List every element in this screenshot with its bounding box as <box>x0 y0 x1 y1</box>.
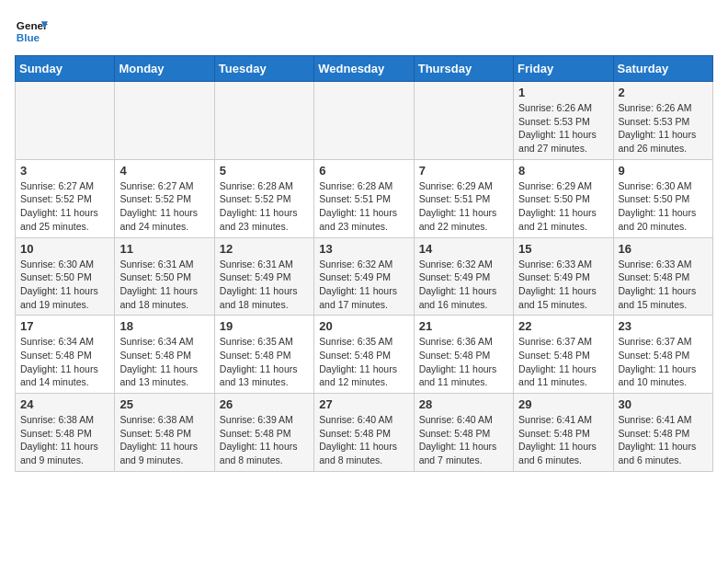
sunset-text: Sunset: 5:51 PM <box>419 192 508 206</box>
day-number: 9 <box>619 164 708 178</box>
sunset-text: Sunset: 5:48 PM <box>119 427 209 441</box>
daylight-text: Daylight: 11 hours and 9 minutes. <box>20 440 109 466</box>
sunrise-text: Sunrise: 6:37 AM <box>619 335 708 349</box>
sunset-text: Sunset: 5:48 PM <box>119 349 209 362</box>
daylight-text: Daylight: 11 hours and 8 minutes. <box>319 440 408 466</box>
day-number: 11 <box>119 242 209 256</box>
sunrise-text: Sunrise: 6:35 AM <box>220 335 309 349</box>
calendar-header-row: SundayMondayTuesdayWednesdayThursdayFrid… <box>16 56 713 82</box>
daylight-text: Daylight: 11 hours and 13 minutes. <box>119 362 209 389</box>
cell-content: Sunrise: 6:37 AMSunset: 5:48 PMDaylight:… <box>518 335 608 389</box>
calendar-week-2: 3Sunrise: 6:27 AMSunset: 5:52 PMDaylight… <box>16 159 713 237</box>
day-number: 24 <box>20 397 109 411</box>
cell-content: Sunrise: 6:28 AMSunset: 5:52 PMDaylight:… <box>220 179 309 234</box>
sunset-text: Sunset: 5:48 PM <box>619 349 708 362</box>
sunset-text: Sunset: 5:53 PM <box>518 115 608 129</box>
sunset-text: Sunset: 5:50 PM <box>20 270 109 284</box>
day-number: 5 <box>220 164 309 178</box>
calendar-cell <box>414 82 513 160</box>
calendar-cell <box>16 82 115 160</box>
sunrise-text: Sunrise: 6:26 AM <box>518 101 608 115</box>
day-number: 7 <box>419 164 508 178</box>
sunset-text: Sunset: 5:48 PM <box>20 427 109 441</box>
cell-content: Sunrise: 6:32 AMSunset: 5:49 PMDaylight:… <box>419 258 508 312</box>
sunset-text: Sunset: 5:48 PM <box>518 349 608 362</box>
day-number: 27 <box>319 397 408 411</box>
cell-content: Sunrise: 6:31 AMSunset: 5:50 PMDaylight:… <box>119 258 209 312</box>
cell-content: Sunrise: 6:33 AMSunset: 5:48 PMDaylight:… <box>619 258 708 312</box>
daylight-text: Daylight: 11 hours and 24 minutes. <box>119 206 209 233</box>
sunset-text: Sunset: 5:50 PM <box>619 192 708 206</box>
sunrise-text: Sunrise: 6:35 AM <box>319 335 408 349</box>
sunset-text: Sunset: 5:50 PM <box>119 270 209 284</box>
daylight-text: Daylight: 11 hours and 14 minutes. <box>20 362 109 389</box>
day-number: 4 <box>119 164 209 178</box>
svg-text:General: General <box>17 19 48 31</box>
daylight-text: Daylight: 11 hours and 21 minutes. <box>518 206 608 233</box>
sunset-text: Sunset: 5:49 PM <box>419 270 508 284</box>
day-number: 8 <box>518 164 608 178</box>
weekday-header-sunday: Sunday <box>16 56 115 82</box>
cell-content: Sunrise: 6:32 AMSunset: 5:49 PMDaylight:… <box>319 258 408 312</box>
cell-content: Sunrise: 6:30 AMSunset: 5:50 PMDaylight:… <box>20 258 109 312</box>
cell-content: Sunrise: 6:34 AMSunset: 5:48 PMDaylight:… <box>20 335 109 389</box>
cell-content: Sunrise: 6:27 AMSunset: 5:52 PMDaylight:… <box>20 179 109 234</box>
calendar-cell: 1Sunrise: 6:26 AMSunset: 5:53 PMDaylight… <box>514 82 613 160</box>
svg-text:Blue: Blue <box>17 31 40 43</box>
calendar-cell: 5Sunrise: 6:28 AMSunset: 5:52 PMDaylight… <box>214 159 313 237</box>
cell-content: Sunrise: 6:39 AMSunset: 5:48 PMDaylight:… <box>220 413 309 467</box>
sunset-text: Sunset: 5:48 PM <box>319 349 408 362</box>
sunset-text: Sunset: 5:48 PM <box>419 427 508 441</box>
sunset-text: Sunset: 5:48 PM <box>419 349 508 362</box>
sunset-text: Sunset: 5:48 PM <box>619 427 708 441</box>
daylight-text: Daylight: 11 hours and 10 minutes. <box>619 362 708 389</box>
sunset-text: Sunset: 5:48 PM <box>319 427 408 441</box>
day-number: 29 <box>518 397 608 411</box>
daylight-text: Daylight: 11 hours and 20 minutes. <box>619 206 708 233</box>
day-number: 17 <box>20 319 109 333</box>
daylight-text: Daylight: 11 hours and 19 minutes. <box>20 284 109 311</box>
calendar-cell: 29Sunrise: 6:41 AMSunset: 5:48 PMDayligh… <box>514 394 613 472</box>
weekday-header-friday: Friday <box>514 56 613 82</box>
calendar-cell: 6Sunrise: 6:28 AMSunset: 5:51 PMDaylight… <box>314 159 414 237</box>
calendar-cell: 27Sunrise: 6:40 AMSunset: 5:48 PMDayligh… <box>314 394 414 472</box>
daylight-text: Daylight: 11 hours and 16 minutes. <box>419 284 508 311</box>
cell-content: Sunrise: 6:27 AMSunset: 5:52 PMDaylight:… <box>119 179 209 234</box>
sunrise-text: Sunrise: 6:41 AM <box>619 413 708 427</box>
daylight-text: Daylight: 11 hours and 25 minutes. <box>20 206 109 233</box>
calendar-cell: 11Sunrise: 6:31 AMSunset: 5:50 PMDayligh… <box>115 237 214 316</box>
sunrise-text: Sunrise: 6:34 AM <box>20 335 109 349</box>
daylight-text: Daylight: 11 hours and 7 minutes. <box>419 440 508 466</box>
weekday-header-tuesday: Tuesday <box>214 56 313 82</box>
calendar-cell: 26Sunrise: 6:39 AMSunset: 5:48 PMDayligh… <box>214 394 313 472</box>
weekday-header-thursday: Thursday <box>414 56 513 82</box>
cell-content: Sunrise: 6:35 AMSunset: 5:48 PMDaylight:… <box>220 335 309 389</box>
daylight-text: Daylight: 11 hours and 13 minutes. <box>220 362 309 389</box>
daylight-text: Daylight: 11 hours and 17 minutes. <box>319 284 408 311</box>
calendar-cell: 22Sunrise: 6:37 AMSunset: 5:48 PMDayligh… <box>514 316 613 394</box>
calendar-week-4: 17Sunrise: 6:34 AMSunset: 5:48 PMDayligh… <box>16 316 713 394</box>
calendar-cell: 17Sunrise: 6:34 AMSunset: 5:48 PMDayligh… <box>16 316 115 394</box>
sunset-text: Sunset: 5:49 PM <box>319 270 408 284</box>
weekday-header-monday: Monday <box>115 56 214 82</box>
day-number: 2 <box>619 86 708 99</box>
daylight-text: Daylight: 11 hours and 15 minutes. <box>518 284 608 311</box>
daylight-text: Daylight: 11 hours and 11 minutes. <box>419 362 508 389</box>
day-number: 3 <box>20 164 109 178</box>
sunset-text: Sunset: 5:52 PM <box>20 192 109 206</box>
calendar-week-5: 24Sunrise: 6:38 AMSunset: 5:48 PMDayligh… <box>16 394 713 472</box>
cell-content: Sunrise: 6:29 AMSunset: 5:50 PMDaylight:… <box>518 179 608 234</box>
calendar-cell: 7Sunrise: 6:29 AMSunset: 5:51 PMDaylight… <box>414 159 513 237</box>
sunset-text: Sunset: 5:48 PM <box>20 349 109 362</box>
calendar-cell: 13Sunrise: 6:32 AMSunset: 5:49 PMDayligh… <box>314 237 414 316</box>
logo: General Blue <box>15 15 48 48</box>
cell-content: Sunrise: 6:35 AMSunset: 5:48 PMDaylight:… <box>319 335 408 389</box>
day-number: 19 <box>220 319 309 333</box>
sunset-text: Sunset: 5:52 PM <box>220 192 309 206</box>
day-number: 23 <box>619 319 708 333</box>
calendar-cell: 19Sunrise: 6:35 AMSunset: 5:48 PMDayligh… <box>214 316 313 394</box>
sunrise-text: Sunrise: 6:40 AM <box>319 413 408 427</box>
weekday-header-saturday: Saturday <box>613 56 712 82</box>
sunset-text: Sunset: 5:48 PM <box>220 349 309 362</box>
daylight-text: Daylight: 11 hours and 6 minutes. <box>619 440 708 466</box>
